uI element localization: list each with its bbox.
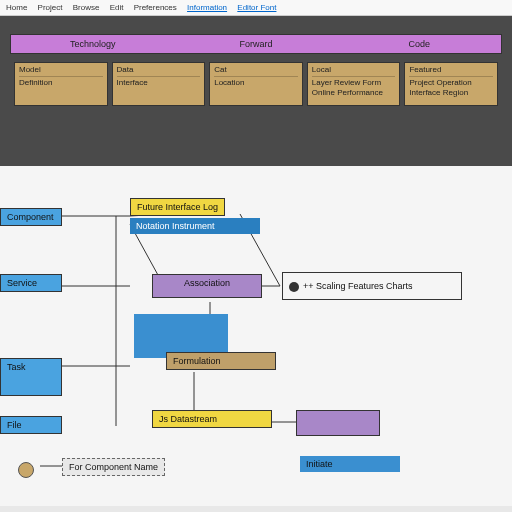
card-2-body: Interface bbox=[117, 78, 201, 88]
header-col-3: Code bbox=[338, 35, 501, 53]
card-2-title: Data bbox=[117, 65, 201, 77]
card-2[interactable]: DataInterface bbox=[112, 62, 206, 106]
card-3-body: Location bbox=[214, 78, 298, 88]
header-col-1: Technology bbox=[11, 35, 174, 53]
menu-link-2[interactable]: Editor Font bbox=[237, 3, 276, 12]
node-left-1[interactable]: Component bbox=[0, 208, 62, 226]
node-3[interactable]: Formulation bbox=[166, 352, 276, 370]
cards-row: ModelDefinition DataInterface CatLocatio… bbox=[10, 62, 502, 106]
header-bar: Technology Forward Code bbox=[10, 34, 502, 54]
diagram-canvas: Component Service Task File Future Inter… bbox=[0, 166, 512, 506]
card-5-title: Featured bbox=[409, 65, 493, 77]
node-left-3[interactable]: Task bbox=[0, 358, 62, 396]
node-left-4[interactable]: File bbox=[0, 416, 62, 434]
menu-preferences[interactable]: Preferences bbox=[134, 3, 177, 12]
node-2[interactable]: Association bbox=[152, 274, 262, 298]
menubar: Home Project Browse Edit Preferences Inf… bbox=[0, 0, 512, 16]
node-2r[interactable]: ++ Scaling Features Charts bbox=[282, 272, 462, 300]
menu-home[interactable]: Home bbox=[6, 3, 27, 12]
node-1b[interactable]: Notation Instrument bbox=[130, 218, 260, 234]
node-4[interactable]: Js Datastream bbox=[152, 410, 272, 428]
card-5[interactable]: FeaturedProject Operation Interface Regi… bbox=[404, 62, 498, 106]
card-3-title: Cat bbox=[214, 65, 298, 77]
menu-project[interactable]: Project bbox=[38, 3, 63, 12]
connectors bbox=[0, 166, 512, 506]
card-1-body: Definition bbox=[19, 78, 103, 88]
header-col-2: Forward bbox=[174, 35, 337, 53]
node-purple-2[interactable] bbox=[296, 410, 380, 436]
node-5b[interactable]: Initiate bbox=[300, 456, 400, 472]
card-5-body: Project Operation Interface Region bbox=[409, 78, 493, 98]
menu-link-1[interactable]: Information bbox=[187, 3, 227, 12]
top-panel: Technology Forward Code ModelDefinition … bbox=[0, 16, 512, 166]
node-1a[interactable]: Future Interface Log bbox=[130, 198, 225, 216]
menu-edit[interactable]: Edit bbox=[110, 3, 124, 12]
menu-browse[interactable]: Browse bbox=[73, 3, 100, 12]
card-1-title: Model bbox=[19, 65, 103, 77]
node-2r-label: ++ Scaling Features Charts bbox=[303, 281, 413, 291]
node-5a[interactable]: For Component Name bbox=[62, 458, 165, 476]
card-4[interactable]: LocalLayer Review Form Online Performanc… bbox=[307, 62, 401, 106]
card-3[interactable]: CatLocation bbox=[209, 62, 303, 106]
globe-icon bbox=[18, 462, 34, 478]
bullet-icon bbox=[289, 282, 299, 292]
card-1[interactable]: ModelDefinition bbox=[14, 62, 108, 106]
node-left-2[interactable]: Service bbox=[0, 274, 62, 292]
card-4-title: Local bbox=[312, 65, 396, 77]
card-4-body: Layer Review Form Online Performance bbox=[312, 78, 396, 98]
